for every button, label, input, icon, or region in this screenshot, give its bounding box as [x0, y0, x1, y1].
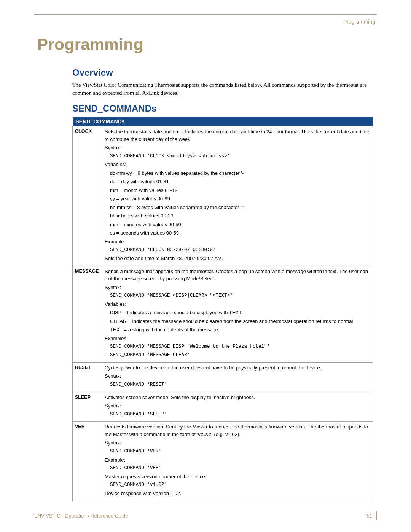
variables-label: Variables:	[105, 161, 370, 168]
code: SEND_COMMAND 'VER'	[105, 448, 370, 455]
text: mm = month with values 01-12	[105, 187, 370, 194]
text: Sets the date and time to March 28, 2007…	[105, 255, 370, 262]
code: SEND_COMMAND 'CLOCK <mm-dd-yy> <hh:mm:ss…	[105, 153, 370, 160]
syntax-label: Syntax:	[105, 144, 370, 152]
footer-left: ENV-VST-C - Operation / Reference Guide	[34, 513, 128, 519]
example-label: Example:	[105, 238, 370, 246]
text: Master requests version number of the de…	[105, 473, 370, 481]
cmd-desc-ver: Requests firmware version. Sent by the M…	[102, 422, 373, 501]
code: SEND_COMMAND 'CLOCK 03-28-07 05:30:07'	[105, 246, 370, 254]
text: Sends a message that appears on the ther…	[105, 268, 370, 283]
text: TEXT = a string with the contents of the…	[105, 326, 370, 334]
code: SEND_COMMAND 'MESSAGE DISP "Welcome to t…	[105, 343, 370, 350]
footer-page-number: 51	[367, 513, 372, 519]
text: mm = minutes with values 00-59	[105, 221, 370, 228]
syntax-label: Syntax:	[105, 439, 370, 447]
text: Requests firmware version. Sent by the M…	[105, 423, 370, 438]
table-row: VER Requests firmware version. Sent by t…	[73, 422, 373, 501]
page-title: Programming	[37, 35, 377, 54]
code: SEND_COMMAND 'v1.02'	[105, 481, 370, 489]
table-header: SEND_COMMANDs	[73, 117, 373, 126]
cmd-name-ver: VER	[73, 422, 102, 501]
header-breadcrumb: Programming	[34, 19, 377, 25]
table-header-row: SEND_COMMANDs	[73, 117, 373, 126]
syntax-label: Syntax:	[105, 284, 370, 291]
cmd-desc-clock: Sets the thermostat's date and time. Inc…	[102, 126, 373, 266]
examples-label: Examples:	[105, 335, 370, 342]
text: yy = year with values 00-99	[105, 195, 370, 203]
table-row: SLEEP Activates screen saver mode. Sets …	[73, 392, 373, 422]
code: SEND_COMMAND 'MESSAGE <DISP|CLEAR> "<TEX…	[105, 292, 370, 299]
text: DISP = Indicates a message should be dis…	[105, 309, 370, 316]
cmd-name-sleep: SLEEP	[73, 392, 102, 422]
cmd-desc-message: Sends a message that appears on the ther…	[102, 266, 373, 362]
code: SEND_COMMAND 'SLEEP'	[105, 411, 370, 418]
text: CLEAR = Indicates the message should be …	[105, 318, 370, 325]
cmd-name-reset: RESET	[73, 362, 102, 392]
page: Programming Programming Overview The Vie…	[0, 0, 411, 532]
text: Cycles power to the device so the user d…	[105, 364, 370, 372]
code: SEND_COMMAND 'VER'	[105, 465, 370, 472]
send-commands-table: SEND_COMMANDs CLOCK Sets the thermostat'…	[72, 117, 373, 501]
overview-text: The ViewStat Color Communicating Thermos…	[72, 81, 373, 97]
text: dd = day with values 01-31	[105, 178, 370, 185]
example-label: Example:	[105, 456, 370, 464]
cmd-desc-sleep: Activates screen saver mode. Sets the di…	[102, 392, 373, 422]
overview-heading: Overview	[72, 67, 373, 78]
table-row: MESSAGE Sends a message that appears on …	[73, 266, 373, 362]
code: SEND_COMMAND 'MESSAGE CLEAR'	[105, 351, 370, 359]
table-row: CLOCK Sets the thermostat's date and tim…	[73, 126, 373, 266]
syntax-label: Syntax:	[105, 372, 370, 380]
variables-label: Variables:	[105, 300, 370, 308]
text: Device response with version 1.02.	[105, 490, 370, 497]
cmd-name-clock: CLOCK	[73, 126, 102, 266]
table-row: RESET Cycles power to the device so the …	[73, 362, 373, 392]
send-commands-heading: SEND_COMMANDs	[72, 103, 373, 114]
syntax-label: Syntax:	[105, 402, 370, 410]
text: Sets the thermostat's date and time. Inc…	[105, 128, 370, 143]
footer: ENV-VST-C - Operation / Reference Guide …	[34, 511, 377, 520]
text: dd-mm-yy = 8 bytes with values separated…	[105, 169, 370, 177]
code: SEND_COMMAND 'RESET'	[105, 381, 370, 388]
top-rule	[34, 14, 377, 15]
cmd-desc-reset: Cycles power to the device so the user d…	[102, 362, 373, 392]
text: Activates screen saver mode. Sets the di…	[105, 394, 370, 401]
body: Overview The ViewStat Color Communicatin…	[72, 67, 373, 501]
text: hh:mm:ss = 8 bytes with values separated…	[105, 204, 370, 211]
cmd-name-message: MESSAGE	[73, 266, 102, 362]
text: ss = seconds with values 00-59	[105, 229, 370, 237]
text: hh = hours with values 00-23	[105, 212, 370, 220]
